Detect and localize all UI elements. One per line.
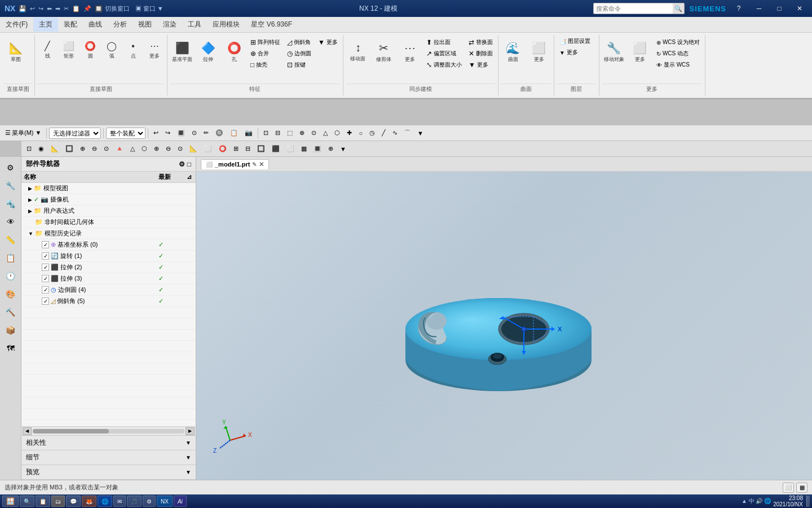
layer-more-button[interactable]: ▼更多 bbox=[557, 47, 597, 58]
t2-view1[interactable]: ⊙ bbox=[308, 128, 319, 138]
model1-tab[interactable]: ⬜ _model1.prt ✎ ✕ bbox=[201, 159, 269, 169]
sb-btn4[interactable]: 👁 bbox=[2, 213, 19, 230]
settings-taskbar-button[interactable]: ⚙ bbox=[143, 496, 156, 507]
quick-save-icon[interactable]: 💾 bbox=[19, 5, 27, 12]
task-view-button[interactable]: 📋 bbox=[36, 496, 50, 507]
expr-expand-icon[interactable]: ▶ bbox=[28, 208, 32, 214]
copy-icon[interactable]: 📋 bbox=[72, 5, 80, 12]
t2-select-all[interactable]: ⊡ bbox=[261, 128, 271, 138]
t2-filter2[interactable]: ⬚ bbox=[284, 128, 295, 138]
t2-btn4[interactable]: ⊙ bbox=[189, 128, 200, 138]
sync-more2-button[interactable]: ▼更多 bbox=[466, 60, 496, 70]
3d-canvas[interactable]: X bbox=[196, 172, 812, 480]
combine-button[interactable]: ⊕合并 bbox=[248, 49, 283, 59]
move-object-button[interactable]: 🔧 移动对象 bbox=[602, 36, 626, 68]
sb-btn2[interactable]: 🔧 bbox=[2, 177, 19, 194]
vt-btn23[interactable]: 🔳 bbox=[311, 143, 324, 154]
sketch-more-button[interactable]: ⋯ 更多 bbox=[144, 36, 165, 64]
paste-icon[interactable]: 📌 bbox=[83, 5, 91, 12]
t2-circle2[interactable]: ○ bbox=[356, 128, 365, 138]
nx-taskbar-button[interactable]: NX bbox=[157, 496, 173, 507]
close-button[interactable]: ✕ bbox=[792, 2, 807, 15]
nav-row-extrude2[interactable]: ✓ ⬛ 拉伸 (2) ✓ bbox=[21, 262, 196, 273]
t2-btn6[interactable]: 🔘 bbox=[213, 128, 226, 138]
nav-row-expressions[interactable]: ▶ 📁 用户表达式 bbox=[21, 205, 196, 217]
cut-icon[interactable]: ✂ bbox=[64, 5, 69, 12]
search-button[interactable]: 🔍 bbox=[673, 3, 684, 14]
wcs-absolute-button[interactable]: ⊕WCS 设为绝对 bbox=[654, 37, 703, 47]
t2-plus[interactable]: ✚ bbox=[344, 128, 355, 138]
rect-button[interactable]: ⬜ 矩形 bbox=[59, 36, 79, 64]
vt-btn14[interactable]: 📐 bbox=[187, 143, 200, 154]
t2-more1[interactable]: ▼ bbox=[414, 128, 426, 138]
menu-curve[interactable]: 曲线 bbox=[83, 17, 108, 32]
hscroll-thumb[interactable] bbox=[33, 429, 109, 433]
vt-btn7[interactable]: ⊙ bbox=[101, 143, 112, 154]
arc-button[interactable]: ◯ 弧 bbox=[102, 36, 122, 64]
firefox-button[interactable]: 🦊 bbox=[82, 496, 96, 507]
nav-row-history[interactable]: ▼ 📁 模型历史记录 bbox=[21, 228, 196, 239]
vt-btn15[interactable]: ⬜ bbox=[201, 143, 215, 154]
line-button[interactable]: ╱ 线 bbox=[37, 36, 58, 64]
hscroll-track[interactable] bbox=[33, 429, 184, 433]
surface-button[interactable]: 🌊 曲面 bbox=[501, 36, 526, 68]
menu-home[interactable]: 主页 bbox=[33, 17, 58, 32]
search-input[interactable] bbox=[594, 5, 673, 12]
nav-hscrollbar[interactable]: ◀ ▶ bbox=[21, 426, 196, 435]
menu-file[interactable]: 文件(F) bbox=[0, 17, 33, 32]
nav-row-model-views[interactable]: ▶ 📁 模型视图 bbox=[21, 183, 196, 194]
vt-btn4[interactable]: 🔲 bbox=[63, 143, 76, 154]
vt-btn1[interactable]: ⊡ bbox=[24, 143, 34, 154]
show-desktop-button[interactable] bbox=[806, 496, 810, 507]
forward-icon[interactable]: ➡ bbox=[55, 5, 60, 12]
t2-hex[interactable]: ⬡ bbox=[332, 128, 343, 138]
preview-section[interactable]: 预览 ▼ bbox=[21, 465, 196, 480]
menu-render[interactable]: 渲染 bbox=[157, 17, 182, 32]
assembly-select[interactable]: 整个装配 bbox=[106, 128, 145, 139]
hole-button[interactable]: ⭕ 孔 bbox=[222, 36, 246, 68]
circle-button[interactable]: ⭕ 圆 bbox=[80, 36, 100, 64]
vt-btn6[interactable]: ⊖ bbox=[89, 143, 100, 154]
status-btn1[interactable]: ⬜ bbox=[783, 483, 794, 493]
maximize-button[interactable]: □ bbox=[771, 2, 787, 15]
edge-button[interactable]: 🌐 bbox=[98, 496, 112, 507]
model1-tab-close[interactable]: ✕ bbox=[259, 161, 264, 168]
vt-more[interactable]: ▼ bbox=[337, 144, 349, 154]
offset-region-button[interactable]: ↗偏置区域 bbox=[423, 49, 465, 59]
vt-btn3[interactable]: 📐 bbox=[48, 143, 61, 154]
vt-btn10[interactable]: ⬡ bbox=[139, 143, 150, 154]
chat-button[interactable]: 💬 bbox=[66, 496, 81, 507]
vt-btn12[interactable]: ⊖ bbox=[163, 143, 174, 154]
resize-face-button[interactable]: ⤡调整面大小 bbox=[423, 60, 465, 70]
pattern-feature-button[interactable]: ⊞阵列特征 bbox=[248, 37, 283, 47]
sb-btn10[interactable]: 📦 bbox=[2, 322, 19, 339]
t2-btn7[interactable]: 📋 bbox=[227, 128, 241, 138]
vt-btn2[interactable]: ◉ bbox=[36, 143, 47, 154]
sb-btn11[interactable]: 🗺 bbox=[2, 340, 19, 357]
vt-btn8[interactable]: 🔺 bbox=[113, 143, 126, 154]
vt-btn20[interactable]: ⬛ bbox=[269, 143, 283, 154]
move-face-button[interactable]: ↕ 移动面 bbox=[346, 36, 370, 68]
vt-btn17[interactable]: ⊞ bbox=[231, 143, 241, 154]
vt-btn5[interactable]: ⊕ bbox=[77, 143, 88, 154]
search-taskbar-button[interactable]: 🔍 bbox=[20, 496, 34, 507]
mail-button[interactable]: ✉ bbox=[113, 496, 126, 507]
scroll-left-btn[interactable]: ◀ bbox=[23, 427, 32, 435]
t2-snap[interactable]: ⊕ bbox=[297, 128, 307, 138]
camera-expand-icon[interactable]: ▶ bbox=[28, 197, 32, 203]
window-btn[interactable]: ▣ 窗口 ▼ bbox=[135, 5, 164, 13]
fillet-button[interactable]: ◷边倒圆 bbox=[284, 49, 314, 59]
move-more-button[interactable]: ⬜ 更多 bbox=[628, 36, 652, 68]
vt-btn24[interactable]: ⊕ bbox=[325, 143, 336, 154]
vt-btn9[interactable]: △ bbox=[127, 143, 138, 154]
vt-btn16[interactable]: ⭕ bbox=[216, 143, 230, 154]
t2-deselect[interactable]: ⊟ bbox=[272, 128, 283, 138]
vt-btn11[interactable]: ⊕ bbox=[151, 143, 162, 154]
pull-face-button[interactable]: ⬆拉出面 bbox=[423, 37, 465, 47]
menu-view[interactable]: 视图 bbox=[133, 17, 157, 32]
vt-btn19[interactable]: 🔲 bbox=[254, 143, 268, 154]
help-button[interactable]: ? bbox=[731, 2, 747, 15]
menu-analysis[interactable]: 分析 bbox=[108, 17, 133, 32]
menu-assembly[interactable]: 装配 bbox=[58, 17, 83, 32]
sb-btn5[interactable]: 📏 bbox=[2, 231, 19, 248]
